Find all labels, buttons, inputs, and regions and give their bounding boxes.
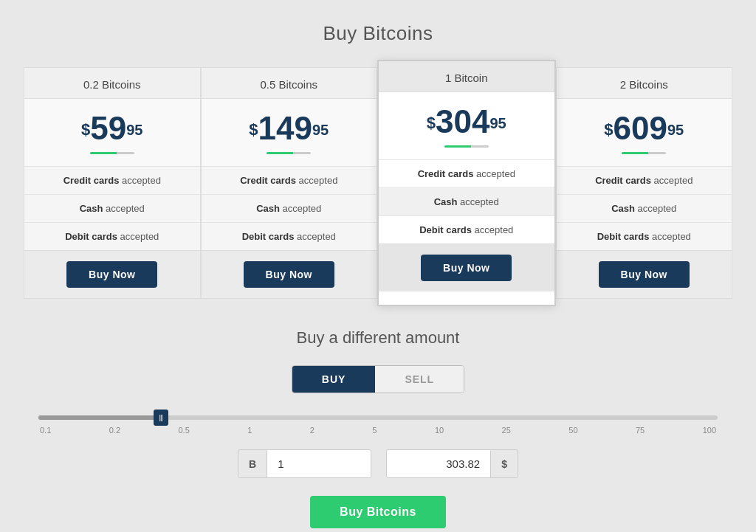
slider-label: 0.2 <box>109 426 120 435</box>
price-cents: 95 <box>126 122 142 138</box>
card-footer: Buy Now <box>202 250 377 298</box>
price-divider <box>90 152 134 154</box>
buy-now-button[interactable]: Buy Now <box>421 255 512 281</box>
card-footer: Buy Now <box>557 250 732 298</box>
slider-fill <box>38 415 161 420</box>
slider-track[interactable] <box>38 415 718 420</box>
card-price: $60995 <box>564 112 725 145</box>
pricing-cards: 0.2 Bitcoins$5995Credit cards acceptedCa… <box>24 67 732 299</box>
price-dollar: $ <box>427 114 436 132</box>
feature-row-2: Debit cards accepted <box>202 222 377 250</box>
slider-label: 75 <box>636 426 645 435</box>
slider-label: 2 <box>310 426 315 435</box>
price-dollar: $ <box>249 120 258 139</box>
price-main: 149 <box>258 110 312 146</box>
card-footer: Buy Now <box>24 250 200 298</box>
amount-slider-container: 0.10.20.512510255075100 <box>24 415 732 435</box>
price-cents: 95 <box>312 122 329 138</box>
sell-toggle-button[interactable]: SELL <box>375 366 464 393</box>
slider-label: 0.1 <box>40 426 51 435</box>
card-price: $14995 <box>209 112 370 145</box>
feature-row-1: Cash accepted <box>24 194 200 222</box>
feature-row-1: Cash accepted <box>202 194 377 222</box>
card-footer: Buy Now <box>379 243 554 291</box>
price-dollar: $ <box>81 120 90 139</box>
usd-input-group: $ <box>386 449 518 478</box>
amount-input-row: B $ <box>24 449 732 478</box>
feature-row-2: Debit cards accepted <box>24 222 200 250</box>
pricing-card-card-02: 0.2 Bitcoins$5995Credit cards acceptedCa… <box>24 67 201 299</box>
pricing-card-card-2: 2 Bitcoins$60995Credit cards acceptedCas… <box>556 67 733 299</box>
pricing-card-card-1: 1 Bitcoin$30495Credit cards acceptedCash… <box>377 60 556 306</box>
buy-sell-toggle: BUY SELL <box>292 365 464 393</box>
slider-label: 50 <box>568 426 577 435</box>
slider-label: 0.5 <box>178 426 189 435</box>
price-divider <box>622 152 666 154</box>
card-amount: 1 Bitcoin <box>379 61 554 92</box>
different-amount-title: Buy a different amount <box>24 328 732 348</box>
feature-row-1: Cash accepted <box>557 194 732 222</box>
buy-now-button[interactable]: Buy Now <box>244 261 334 288</box>
price-main: 59 <box>90 110 126 146</box>
feature-row-2: Debit cards accepted <box>379 215 554 243</box>
btc-prefix: B <box>238 451 267 477</box>
buy-now-button[interactable]: Buy Now <box>66 261 157 288</box>
different-amount-section: Buy a different amount BUY SELL 0.10.20.… <box>24 328 732 528</box>
slider-label: 5 <box>372 426 377 435</box>
btc-input-group: B <box>238 449 371 478</box>
buy-toggle-button[interactable]: BUY <box>292 366 376 393</box>
price-dollar: $ <box>604 120 613 139</box>
buy-bitcoins-button[interactable]: Buy Bitcoins <box>310 496 446 528</box>
slider-thumb[interactable] <box>154 410 168 426</box>
slider-label: 25 <box>502 426 511 435</box>
usd-input[interactable] <box>387 450 490 477</box>
price-divider <box>267 152 311 154</box>
slider-label: 1 <box>247 426 252 435</box>
price-divider <box>444 145 489 148</box>
feature-row-2: Debit cards accepted <box>557 222 732 250</box>
card-price: $30495 <box>386 106 547 138</box>
btc-input[interactable] <box>267 450 371 477</box>
card-price: $5995 <box>32 112 193 145</box>
feature-row-0: Credit cards accepted <box>379 159 554 187</box>
card-amount: 0.5 Bitcoins <box>202 68 377 99</box>
card-amount: 0.2 Bitcoins <box>24 68 200 99</box>
pricing-card-card-05: 0.5 Bitcoins$14995Credit cards acceptedC… <box>201 67 378 299</box>
card-amount: 2 Bitcoins <box>557 68 732 99</box>
slider-label: 100 <box>703 426 716 435</box>
feature-row-0: Credit cards accepted <box>557 166 732 194</box>
price-main: 304 <box>436 103 489 139</box>
slider-labels: 0.10.20.512510255075100 <box>38 426 718 435</box>
usd-suffix: $ <box>490 451 518 477</box>
price-cents: 95 <box>489 115 506 131</box>
slider-label: 10 <box>435 426 444 435</box>
feature-row-0: Credit cards accepted <box>202 166 377 194</box>
buy-now-button[interactable]: Buy Now <box>599 261 690 288</box>
price-cents: 95 <box>667 122 684 138</box>
feature-row-1: Cash accepted <box>379 187 554 215</box>
page-title: Buy Bitcoins <box>323 22 433 45</box>
feature-row-0: Credit cards accepted <box>24 166 200 194</box>
price-main: 609 <box>614 110 667 146</box>
